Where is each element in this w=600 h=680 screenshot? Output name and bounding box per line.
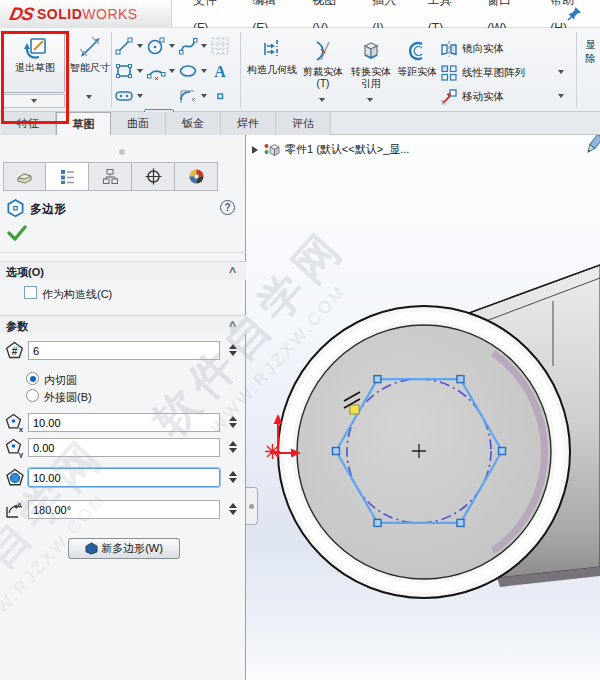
angle-row: A xyxy=(4,500,242,522)
convert-dropdown[interactable] xyxy=(367,98,373,102)
fillet-tool-button[interactable] xyxy=(178,84,208,108)
smart-dimension-button[interactable]: 智能尺寸 xyxy=(70,33,110,108)
construction-geometry-button[interactable]: 构造几何线 xyxy=(246,34,298,108)
tab-sketch-active[interactable]: 草图 xyxy=(56,112,111,135)
offset-entities-button[interactable]: 等距实体 xyxy=(396,36,438,112)
command-manager-ribbon: 退出草图 智能尺寸 A xyxy=(0,28,600,112)
collapse-chevron-icon[interactable]: ∧ xyxy=(227,264,237,275)
circle-dropdown[interactable] xyxy=(169,44,175,48)
ellipse-dropdown[interactable] xyxy=(201,69,207,73)
menu-items: 文件(F) 编辑(E) 视图(V) 插入(I) 工具(T) 窗口(W) 帮助(H… xyxy=(182,0,600,28)
trim-entities-button[interactable]: 剪裁实体(T) xyxy=(300,36,346,112)
new-polygon-button[interactable]: 新多边形(W) xyxy=(68,538,180,559)
panel-drag-handle[interactable] xyxy=(119,149,125,155)
center-y-spinner[interactable] xyxy=(226,439,240,457)
graphics-viewport[interactable]: 零件1 (默认<<默认>_显... xyxy=(246,135,600,680)
root-part-label[interactable]: 零件1 (默认<<默认>_显... xyxy=(285,142,409,157)
angle-input[interactable] xyxy=(28,500,220,519)
circumscribed-circle-label: 外接圆(B) xyxy=(44,390,92,405)
move-entities-button[interactable]: 移动实体 xyxy=(440,86,504,108)
exit-sketch-button[interactable]: 退出草图 xyxy=(3,33,65,93)
line-dropdown[interactable] xyxy=(137,44,143,48)
arc-dropdown[interactable] xyxy=(169,69,175,73)
spline-tool-button[interactable] xyxy=(178,34,208,58)
smart-dimension-dropdown[interactable] xyxy=(86,95,92,99)
fillet-icon xyxy=(178,86,198,106)
expand-arrow-icon[interactable] xyxy=(252,146,258,154)
circumscribed-circle-radio[interactable] xyxy=(26,389,39,402)
circle-diameter-input[interactable] xyxy=(28,468,220,487)
center-x-input[interactable] xyxy=(28,413,220,432)
vertex-handle[interactable] xyxy=(499,448,506,455)
svg-text:#: # xyxy=(12,346,18,357)
help-icon[interactable]: ? xyxy=(220,200,235,215)
linear-pattern-dropdown[interactable] xyxy=(558,70,564,74)
mirror-entities-button[interactable]: 镜向实体 xyxy=(440,38,504,60)
display-delete-relations-partial-label[interactable]: 显除 xyxy=(584,38,597,98)
vertex-handle[interactable] xyxy=(457,519,464,526)
circle-diameter-spinner[interactable] xyxy=(226,469,240,487)
configuration-manager-icon xyxy=(102,168,119,185)
ellipse-tool-button[interactable] xyxy=(178,59,208,83)
tab-appearances[interactable] xyxy=(175,162,218,191)
arc-tool-button[interactable] xyxy=(146,59,176,83)
slot-tool-button[interactable] xyxy=(114,84,144,108)
convert-entities-button[interactable]: 转换实体引用 xyxy=(348,36,394,112)
panel-collapse-tab[interactable] xyxy=(246,487,258,525)
angle-spinner[interactable] xyxy=(226,501,240,519)
tab-weldments[interactable]: 焊件 xyxy=(221,112,276,135)
center-y-input[interactable] xyxy=(28,438,220,457)
sketch-indicator-pencil-icon[interactable] xyxy=(582,135,600,157)
spline-dropdown[interactable] xyxy=(201,44,207,48)
linear-sketch-pattern-button[interactable]: 线性草图阵列 xyxy=(440,62,525,84)
tab-sheet-metal[interactable]: 钣金 xyxy=(166,112,221,135)
tab-features[interactable]: 特征 xyxy=(1,112,56,135)
center-x-spinner[interactable] xyxy=(226,414,240,432)
exit-sketch-dropdown[interactable] xyxy=(3,94,65,108)
rectangle-tool-button[interactable] xyxy=(114,59,144,83)
tab-property-manager-active[interactable] xyxy=(46,162,89,191)
ds-logo-mark: DS xyxy=(8,4,35,25)
parameters-section-header[interactable]: 参数 ∧ xyxy=(0,315,246,334)
smart-dimension-label: 智能尺寸 xyxy=(70,62,110,74)
tab-dimxpert-manager[interactable] xyxy=(132,162,175,191)
pin-menubar-icon[interactable] xyxy=(567,6,582,21)
tab-configuration-manager[interactable] xyxy=(89,162,132,191)
fillet-dropdown[interactable] xyxy=(201,94,207,98)
new-polygon-icon xyxy=(85,542,98,555)
line-tool-button[interactable] xyxy=(114,34,144,58)
construction-geometry-icon xyxy=(261,38,283,60)
slot-icon xyxy=(114,86,134,106)
mirror-entities-icon xyxy=(440,40,458,58)
slot-dropdown[interactable] xyxy=(137,94,143,98)
sketch-pattern-button-disabled xyxy=(210,34,240,58)
trim-dropdown[interactable] xyxy=(319,98,325,102)
vertex-handle[interactable] xyxy=(333,448,340,455)
polygon-sides-icon: # xyxy=(5,341,24,360)
linear-sketch-pattern-label: 线性草图阵列 xyxy=(462,66,525,80)
construction-line-checkbox[interactable] xyxy=(24,286,37,299)
collapse-chevron-icon[interactable]: ∧ xyxy=(227,318,237,329)
point-tool-button[interactable] xyxy=(210,84,240,108)
tab-surfaces[interactable]: 曲面 xyxy=(111,112,166,135)
ok-check-button[interactable] xyxy=(7,225,27,241)
inscribed-circle-radio-selected[interactable] xyxy=(26,372,39,385)
svg-text:A: A xyxy=(17,501,23,510)
rectangle-dropdown[interactable] xyxy=(137,69,143,73)
circle-tool-button[interactable] xyxy=(146,34,176,58)
sides-spinner[interactable] xyxy=(226,342,240,360)
vertex-handle[interactable] xyxy=(374,519,381,526)
construction-line-label: 作为构造线(C) xyxy=(42,287,112,302)
sides-count-input[interactable] xyxy=(28,341,220,360)
tab-feature-manager[interactable] xyxy=(3,162,46,191)
svg-text:A: A xyxy=(214,63,226,80)
flyout-feature-tree[interactable]: 零件1 (默认<<默认>_显... xyxy=(252,142,409,157)
options-section-header[interactable]: 选项(O) ∧ xyxy=(0,261,246,280)
vertex-handle[interactable] xyxy=(457,376,464,383)
construction-geometry-label: 构造几何线 xyxy=(246,64,298,76)
tab-evaluate[interactable]: 评估 xyxy=(276,112,331,135)
text-tool-button[interactable]: A xyxy=(210,59,240,83)
inscribed-circle-label: 内切圆 xyxy=(44,373,77,388)
move-entities-dropdown[interactable] xyxy=(558,94,564,98)
vertex-handle[interactable] xyxy=(374,376,381,383)
